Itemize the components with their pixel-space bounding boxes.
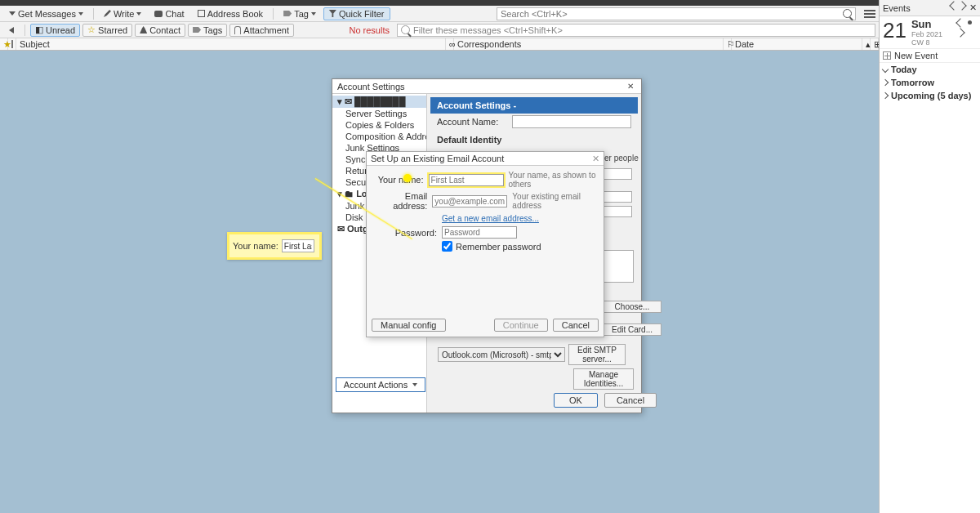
tree-account-root[interactable]: ▾ ✉ ████████	[332, 96, 426, 108]
global-search[interactable]	[497, 7, 856, 20]
annotation-callout: Your name:	[227, 232, 322, 260]
filter-tags[interactable]: Tags	[188, 24, 227, 37]
text-fragment: er people	[604, 154, 639, 163]
events-close[interactable]: ✕	[969, 2, 977, 13]
events-panel: Events ✕ 21 Sun Feb 2021 CW 8 New Event	[879, 0, 980, 513]
chevron-down-icon	[136, 12, 141, 16]
close-icon[interactable]	[625, 81, 636, 92]
manual-config-button[interactable]: Manual config	[372, 319, 446, 332]
events-tomorrow[interactable]: Tomorrow	[880, 76, 980, 89]
message-list-header: ★ Subject ∞ Correspondents ⚐ Date ▴ ⊞	[0, 38, 879, 51]
close-icon[interactable]: ✕	[592, 154, 599, 164]
tree-server[interactable]: Server Settings	[332, 108, 426, 119]
filter-starred[interactable]: ☆Starred	[82, 24, 132, 37]
get-new-email-link[interactable]: Get a new email address...	[442, 214, 539, 223]
email-label: Email address:	[373, 191, 427, 211]
search-icon	[843, 9, 852, 18]
pencil-icon	[104, 10, 111, 17]
col-date[interactable]: Date	[732, 38, 862, 50]
account-actions-button[interactable]: Account Actions	[336, 377, 425, 392]
dialog-title: Account Settings	[337, 82, 405, 91]
remember-password-label: Remember password	[456, 242, 541, 252]
filter-unread[interactable]: ◧Unread	[30, 24, 80, 37]
your-name-input[interactable]	[429, 174, 504, 186]
tree-copies[interactable]: Copies & Folders	[332, 119, 426, 131]
default-identity-heading: Default Identity	[430, 130, 638, 149]
tag-icon	[193, 27, 201, 33]
email-input[interactable]	[432, 195, 507, 207]
window-titlebar	[0, 0, 879, 6]
edit-card-button[interactable]: Edit Card...	[603, 323, 662, 336]
email-hint: Your existing email address	[512, 192, 597, 210]
back-button[interactable]	[3, 25, 20, 35]
events-today[interactable]: Today	[880, 63, 980, 76]
paperclip-icon	[234, 26, 241, 34]
quick-filter-bar: ◧Unread ☆Starred Contact Tags Attachment…	[0, 22, 879, 38]
chat-icon	[154, 11, 163, 17]
filter-messages[interactable]: Filter these messages <Ctrl+Shift+K>	[397, 24, 875, 37]
date-today[interactable]	[968, 20, 972, 25]
password-label: Password:	[373, 228, 437, 238]
paperclip-icon	[11, 40, 13, 48]
new-event-button[interactable]: New Event	[880, 49, 980, 63]
person-icon	[140, 26, 147, 33]
quick-filter-button[interactable]: Quick Filter	[323, 7, 390, 20]
arrow-left-icon	[9, 27, 14, 33]
events-next[interactable]	[957, 1, 966, 10]
main-toolbar: Get Messages Write Chat Address Book Tag…	[0, 6, 879, 22]
your-name-label: Your name:	[373, 175, 424, 185]
col-correspondents[interactable]: Correspondents	[454, 38, 724, 50]
callout-input	[282, 239, 314, 252]
download-icon	[9, 11, 16, 16]
funnel-icon	[329, 10, 336, 17]
cancel-button[interactable]: Cancel	[604, 393, 657, 408]
date-prev[interactable]	[956, 18, 964, 27]
setup-email-dialog: Set Up an Existing Email Account ✕ Your …	[366, 151, 604, 337]
smtp-select[interactable]: Outlook.com (Microsoft) - smtp.office365…	[438, 347, 565, 362]
date-next[interactable]	[956, 28, 964, 37]
password-input[interactable]	[442, 226, 517, 239]
your-name-hint: Your name, as shown to others	[509, 171, 597, 189]
no-results-label: No results	[349, 25, 394, 35]
write-button[interactable]: Write	[98, 7, 147, 20]
tag-button[interactable]: Tag	[278, 7, 322, 20]
filter-contact[interactable]: Contact	[135, 24, 185, 37]
filter-attachment[interactable]: Attachment	[229, 24, 294, 37]
events-date: 21 Sun Feb 2021 CW 8	[880, 16, 980, 49]
search-icon	[401, 25, 410, 34]
get-messages-button[interactable]: Get Messages	[3, 7, 89, 20]
events-title: Events	[883, 3, 911, 13]
search-input[interactable]	[501, 9, 843, 19]
annotation-dot	[403, 174, 412, 182]
col-subject[interactable]: Subject	[16, 38, 446, 50]
cancel-button-2[interactable]: Cancel	[553, 319, 599, 332]
chevron-down-icon	[78, 12, 83, 16]
continue-button[interactable]: Continue	[494, 319, 548, 332]
remember-password-checkbox[interactable]	[442, 241, 452, 252]
chevron-down-icon	[311, 12, 316, 16]
manage-identities-button[interactable]: Manage Identities...	[573, 368, 634, 390]
address-book-button[interactable]: Address Book	[192, 7, 269, 20]
plus-icon	[883, 51, 891, 60]
dialog2-title: Set Up an Existing Email Account	[371, 154, 504, 163]
choose-button[interactable]: Choose...	[603, 301, 662, 313]
account-name-label: Account Name:	[437, 117, 507, 127]
callout-label: Your name:	[233, 241, 278, 251]
account-name-input[interactable]	[512, 115, 631, 128]
chat-button[interactable]: Chat	[149, 7, 189, 20]
settings-banner: Account Settings -	[430, 97, 638, 114]
tag-icon	[283, 11, 292, 16]
edit-smtp-button[interactable]: Edit SMTP server...	[568, 344, 626, 365]
events-upcoming[interactable]: Upcoming (5 days)	[880, 89, 980, 102]
ok-button[interactable]: OK	[554, 393, 598, 408]
tree-composition[interactable]: Composition & Addressing	[332, 131, 426, 142]
app-menu-button[interactable]	[864, 10, 875, 18]
book-icon	[198, 10, 205, 17]
